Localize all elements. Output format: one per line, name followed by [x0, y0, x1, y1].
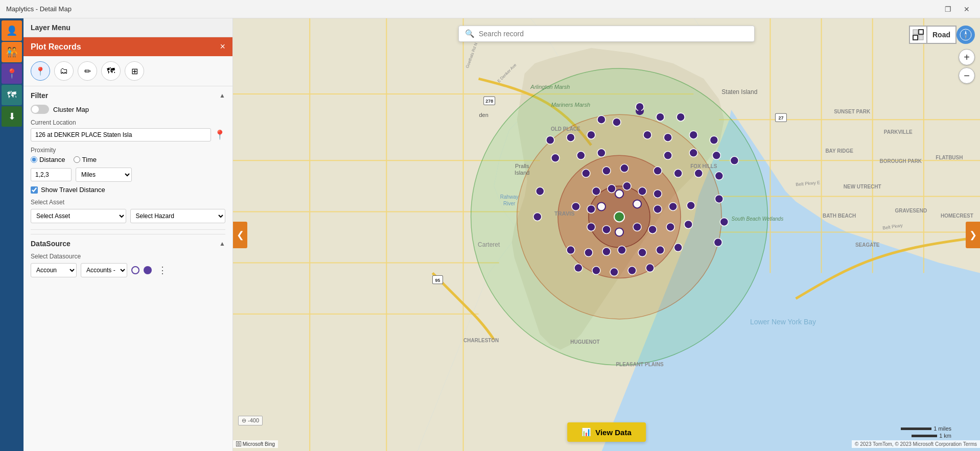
sidebar-icon-download[interactable]: ⬇: [2, 106, 22, 127]
svg-point-100: [648, 225, 657, 233]
svg-text:River: River: [503, 201, 516, 206]
compass[interactable]: [956, 26, 975, 44]
filter-label: Filter: [31, 91, 48, 100]
sidebar-icon-location[interactable]: 📍: [2, 63, 22, 84]
svg-point-107: [618, 246, 626, 254]
proximity-label: Proximity: [31, 147, 225, 154]
show-travel-distance-checkbox[interactable]: [31, 186, 38, 194]
time-radio-label[interactable]: Time: [74, 156, 97, 163]
datasource-row: Accoun Accounts Accounts - Accounts ⋮: [31, 263, 225, 277]
svg-point-99: [633, 223, 641, 231]
svg-text:PARKVILLE: PARKVILLE: [884, 129, 913, 135]
svg-point-71: [577, 151, 585, 159]
toolbar-location-btn[interactable]: 📍: [31, 61, 50, 81]
current-location-input[interactable]: [31, 128, 211, 141]
svg-point-109: [656, 246, 664, 254]
svg-text:Mariners Marsh: Mariners Marsh: [551, 102, 590, 108]
scale-km-label: 1 km: [939, 433, 951, 439]
select-asset-dropdown[interactable]: Select Asset: [31, 209, 126, 223]
svg-point-60: [676, 113, 685, 121]
svg-point-96: [687, 201, 695, 209]
datasource1-select[interactable]: Accoun Accounts: [31, 263, 77, 277]
svg-point-88: [654, 189, 662, 198]
sidebar-icon-group[interactable]: 🧑‍🤝‍🧑: [2, 42, 22, 62]
svg-point-101: [666, 223, 674, 231]
map-svg: 278 95 27 Arlington Marsh Mariners Marsh…: [233, 18, 980, 451]
toolbar-edit-btn[interactable]: ✏: [78, 61, 97, 81]
svg-text:95: 95: [435, 278, 440, 283]
distance-radio-label[interactable]: Distance: [31, 156, 65, 163]
toolbar-pin-btn[interactable]: 🗂: [54, 61, 74, 81]
toolbar-row: 📍 🗂 ✏ 🗺 ⊞: [24, 56, 232, 86]
sidebar-icon-map[interactable]: 🗺: [2, 85, 22, 105]
datasource-chevron-icon[interactable]: ▲: [219, 240, 225, 247]
datasource-section-header: DataSource ▲: [31, 240, 225, 248]
nav-right-arrow[interactable]: ❯: [966, 222, 980, 248]
toolbar-layers-btn[interactable]: 🗺: [101, 61, 121, 81]
svg-point-110: [674, 244, 682, 252]
svg-point-114: [628, 267, 636, 275]
svg-point-104: [567, 246, 575, 254]
cluster-map-toggle[interactable]: [31, 105, 49, 114]
zoom-in-button[interactable]: +: [959, 49, 975, 65]
icon-sidebar: 👤 🧑‍🤝‍🧑 📍 🗺 ⬇: [0, 18, 24, 451]
svg-point-106: [602, 248, 611, 256]
select-hazard-dropdown[interactable]: Select Hazard: [130, 209, 226, 223]
scale-miles-label: 1 miles: [934, 425, 951, 432]
svg-text:Staten Island: Staten Island: [721, 88, 757, 96]
svg-point-79: [620, 164, 628, 172]
svg-point-85: [608, 184, 616, 193]
datasource2-select[interactable]: Accounts - Accounts: [81, 263, 127, 277]
more-options-icon[interactable]: ⋮: [156, 265, 169, 276]
svg-point-70: [551, 154, 559, 162]
svg-point-72: [597, 149, 605, 157]
map-type-label[interactable]: Road: [927, 26, 956, 44]
map-type-icon[interactable]: [909, 26, 927, 44]
map-area[interactable]: 278 95 27 Arlington Marsh Mariners Marsh…: [233, 18, 980, 451]
nav-left-arrow[interactable]: ❮: [233, 222, 247, 248]
svg-point-83: [715, 172, 723, 180]
svg-point-119: [720, 218, 728, 226]
svg-point-65: [587, 131, 595, 139]
distance-radio[interactable]: [31, 156, 37, 163]
zoom-out-button[interactable]: −: [959, 67, 975, 84]
svg-text:NEW UTRECHT: NEW UTRECHT: [844, 184, 881, 189]
svg-point-84: [592, 187, 600, 195]
svg-point-68: [689, 131, 697, 139]
svg-point-118: [715, 195, 723, 203]
svg-point-120: [714, 239, 722, 247]
svg-text:Rahway: Rahway: [500, 194, 519, 200]
location-pin-icon[interactable]: 📍: [214, 129, 225, 140]
plot-records-close-button[interactable]: ×: [220, 41, 225, 52]
zoom-controls: + −: [959, 49, 975, 84]
show-travel-distance-label: Show Travel Distance: [41, 186, 105, 194]
toolbar-grid-btn[interactable]: ⊞: [125, 61, 144, 81]
filter-chevron-icon[interactable]: ▲: [219, 92, 225, 99]
svg-point-82: [694, 169, 703, 177]
svg-point-97: [587, 223, 595, 231]
svg-text:OLD PLACE: OLD PLACE: [551, 126, 580, 132]
layer-menu-header: Layer Menu: [24, 18, 232, 37]
close-button[interactable]: ✕: [960, 3, 974, 15]
search-input[interactable]: [479, 30, 748, 38]
distance-value-input[interactable]: [31, 168, 72, 181]
sidebar-icon-user[interactable]: 👤: [2, 20, 22, 41]
svg-text:Arlington Marsh: Arlington Marsh: [530, 84, 570, 90]
view-data-label: View Data: [595, 428, 632, 437]
svg-point-95: [669, 202, 677, 210]
svg-point-116: [536, 187, 544, 195]
main-layout: 👤 🧑‍🤝‍🧑 📍 🗺 ⬇ Layer Menu Plot Records × …: [0, 18, 980, 451]
svg-text:BAY RIDGE: BAY RIDGE: [825, 148, 853, 154]
svg-point-98: [602, 225, 611, 233]
view-data-button[interactable]: 📊 View Data: [567, 422, 646, 442]
distance-unit-select[interactable]: Miles Kilometers: [76, 168, 132, 182]
time-radio[interactable]: [74, 156, 80, 163]
svg-point-61: [597, 115, 605, 124]
plot-records-title: Plot Records: [31, 42, 81, 52]
svg-rect-124: [919, 30, 923, 34]
restore-button[interactable]: ❐: [941, 3, 955, 15]
svg-point-94: [654, 205, 662, 213]
map-type-selector: Road: [909, 26, 956, 44]
zoom-level-value: -400: [248, 417, 259, 423]
titlebar-controls: ❐ ✕: [941, 3, 974, 15]
